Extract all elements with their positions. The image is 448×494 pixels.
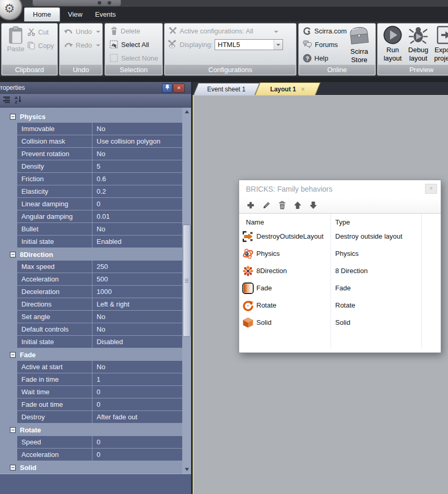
undo-dropdown-icon[interactable] <box>96 31 100 33</box>
property-row[interactable]: Active at startNo <box>17 361 182 373</box>
property-value[interactable]: No <box>92 223 182 235</box>
collapse-icon[interactable]: − <box>10 252 16 257</box>
property-row[interactable]: Acceleration500 <box>17 273 182 285</box>
property-value[interactable]: No <box>92 361 182 373</box>
undo-button[interactable]: Undo <box>64 28 100 36</box>
property-section-header[interactable]: −Solid <box>0 461 182 474</box>
property-row[interactable]: Acceleration0 <box>17 449 182 461</box>
run-layout-button[interactable]: Run layout <box>381 25 405 63</box>
property-value[interactable]: No <box>92 323 182 335</box>
property-row[interactable]: Collision maskUse collision polygon <box>17 135 182 147</box>
property-section-header[interactable]: −Physics <box>0 110 182 123</box>
property-value[interactable]: No <box>92 148 182 160</box>
properties-scrollbar[interactable] <box>182 108 191 474</box>
delete-button[interactable]: Delete <box>110 27 140 36</box>
property-value[interactable]: 1000 <box>92 286 182 298</box>
export-project-button[interactable]: Export project <box>431 25 448 63</box>
property-row[interactable]: Default controlsNo <box>17 323 182 335</box>
property-row[interactable]: Fade out time0 <box>17 398 182 410</box>
behavior-row[interactable]: DestroyOutsideLayoutDestroy outside layo… <box>239 228 441 245</box>
move-down-button[interactable] <box>309 201 318 210</box>
behavior-row[interactable]: 8Direction8 Direction <box>239 262 441 279</box>
scirra-link[interactable]: Scirra.com <box>303 27 347 36</box>
sort-az-button[interactable]: AZ <box>14 96 22 105</box>
property-row[interactable]: Fade in time1 <box>17 373 182 385</box>
property-value[interactable]: 0.2 <box>92 185 182 197</box>
select-all-button[interactable]: Select All <box>110 40 149 49</box>
property-value[interactable]: 0 <box>92 198 182 210</box>
collapse-icon[interactable]: − <box>10 465 16 471</box>
qat-icon[interactable] <box>98 1 101 5</box>
redo-dropdown-icon[interactable] <box>96 44 100 46</box>
property-row[interactable]: Speed0 <box>17 436 182 448</box>
active-configurations-dropdown-icon[interactable] <box>274 31 278 33</box>
property-section-header[interactable]: −8Direction <box>0 248 182 261</box>
add-behavior-button[interactable] <box>246 201 255 210</box>
collapse-icon[interactable]: − <box>10 352 16 358</box>
scrollbar-thumb[interactable] <box>183 225 191 337</box>
property-value[interactable]: 0 <box>92 398 182 410</box>
property-value[interactable]: No <box>92 123 182 135</box>
pin-panel-button[interactable] <box>162 84 172 93</box>
displaying-combobox[interactable]: HTML5 <box>215 39 283 50</box>
property-value[interactable]: After fade out <box>92 411 182 423</box>
property-row[interactable]: Initial stateEnabled <box>17 236 182 248</box>
property-row[interactable]: Initial stateDisabled <box>17 336 182 348</box>
property-value[interactable]: 5 <box>92 160 182 172</box>
property-row[interactable]: BulletNo <box>17 223 182 235</box>
property-row[interactable]: Set angleNo <box>17 311 182 323</box>
scirra-store-button[interactable]: Scirra Store <box>345 26 374 64</box>
property-row[interactable]: ImmovableNo <box>17 123 182 135</box>
property-value[interactable]: 0 <box>92 436 182 448</box>
scroll-down-button[interactable] <box>182 465 191 474</box>
property-row[interactable]: Linear damping0 <box>17 198 182 210</box>
paste-button[interactable]: Paste <box>5 26 27 53</box>
property-value[interactable]: 250 <box>92 261 182 273</box>
property-row[interactable]: Deceleration1000 <box>17 286 182 298</box>
cut-button[interactable]: Cut <box>27 28 49 36</box>
property-value[interactable]: 500 <box>92 273 182 285</box>
quick-access-toolbar[interactable] <box>32 0 121 6</box>
property-value[interactable]: No <box>92 311 182 323</box>
dialog-close-button[interactable]: × <box>425 184 437 194</box>
property-value[interactable]: 0 <box>92 386 182 398</box>
property-value[interactable]: Use collision polygon <box>92 135 182 147</box>
collapse-icon[interactable]: − <box>10 427 16 433</box>
property-row[interactable]: Wait time0 <box>17 386 182 398</box>
tab-close-icon[interactable]: × <box>301 86 304 93</box>
behavior-row[interactable]: SolidSolid <box>239 314 441 331</box>
property-value[interactable]: Disabled <box>92 336 182 348</box>
debug-layout-button[interactable]: Debug layout <box>406 25 431 63</box>
tab-layout-1[interactable]: Layout 1 × <box>255 83 321 95</box>
behavior-row[interactable]: FadeFade <box>239 279 441 297</box>
property-value[interactable]: 0.01 <box>92 210 182 222</box>
type-column-header[interactable]: Type <box>331 218 350 226</box>
tab-view[interactable]: View <box>60 8 91 21</box>
forums-link[interactable]: Forums <box>303 40 338 49</box>
copy-button[interactable]: Copy <box>27 41 54 50</box>
property-value[interactable]: 0.6 <box>92 173 182 185</box>
tab-home[interactable]: Home <box>24 7 60 21</box>
move-up-button[interactable] <box>293 201 302 210</box>
property-row[interactable]: Elasticity0.2 <box>17 185 182 197</box>
scroll-up-button[interactable] <box>182 108 191 116</box>
tab-events[interactable]: Events <box>87 8 124 21</box>
property-value[interactable]: 1 <box>92 373 182 385</box>
property-section-header[interactable]: −Rotate <box>0 424 182 436</box>
behavior-row[interactable]: PhysicsPhysics <box>239 245 441 262</box>
close-panel-button[interactable]: × <box>173 84 185 93</box>
help-link[interactable]: ? Help <box>303 54 328 63</box>
property-row[interactable]: DestroyAfter fade out <box>17 411 182 423</box>
property-row[interactable]: DirectionsLeft & right <box>17 298 182 310</box>
property-value[interactable]: Enabled <box>92 236 182 248</box>
property-row[interactable]: Density5 <box>17 160 182 172</box>
property-row[interactable]: Max speed250 <box>17 261 182 273</box>
select-none-button[interactable]: Select None <box>110 54 158 63</box>
redo-button[interactable]: Redo <box>64 41 100 49</box>
delete-behavior-button[interactable] <box>277 201 287 210</box>
property-value[interactable]: Left & right <box>92 298 182 310</box>
displaying-combobox-dropdown-icon[interactable] <box>274 40 282 50</box>
property-row[interactable]: Friction0.6 <box>17 173 182 185</box>
behavior-row[interactable]: RotateRotate <box>239 297 441 314</box>
collapse-icon[interactable]: − <box>10 114 16 120</box>
